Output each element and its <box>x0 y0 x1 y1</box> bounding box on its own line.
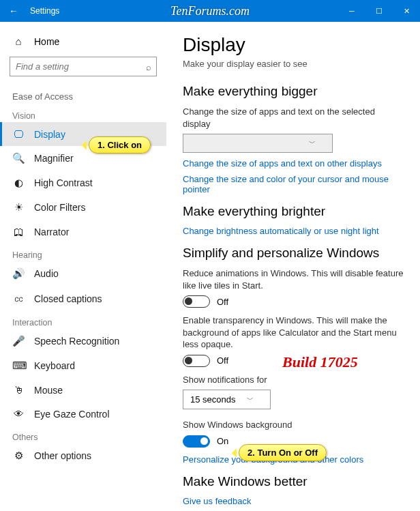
build-annotation: Build 17025 <box>282 353 358 371</box>
audio-icon: 🔊 <box>12 267 25 280</box>
background-label: Show Windows background <box>183 419 404 431</box>
maximize-button[interactable]: ☐ <box>365 7 393 16</box>
section-better-heading: Make Windows better <box>183 474 404 489</box>
page-subtitle: Make your display easier to see <box>183 59 404 69</box>
link-other-displays[interactable]: Change the size of apps and text on othe… <box>183 158 404 169</box>
size-dropdown[interactable]: ﹀ <box>183 134 333 153</box>
sidebar-item-other-options[interactable]: ⚙Other options <box>0 443 166 468</box>
sidebar-item-narrator[interactable]: 🕮Narrator <box>0 220 166 244</box>
size-desc: Change the size of apps and text on the … <box>183 106 404 130</box>
nav-label: High Contrast <box>34 177 93 188</box>
nav-label: Audio <box>34 268 59 279</box>
link-feedback[interactable]: Give us feedback <box>183 496 404 506</box>
magnifier-icon: 🔍 <box>12 152 25 164</box>
background-toggle[interactable] <box>183 435 210 448</box>
group-vision: Vision <box>0 104 166 122</box>
close-button[interactable]: ✕ <box>393 7 420 16</box>
section-bigger-heading: Make everything bigger <box>183 84 404 99</box>
reduce-animations-desc: Reduce animations in Windows. This will … <box>183 267 404 291</box>
transparency-toggle[interactable] <box>183 355 210 367</box>
nav-label: Display <box>34 129 65 140</box>
nav-label: Color Filters <box>34 202 85 213</box>
toggle-state: On <box>217 436 228 446</box>
toggle-state: Off <box>217 297 228 307</box>
callout-2: 2. Turn On or Off <box>239 444 327 461</box>
nav-label: Closed captions <box>34 293 102 304</box>
sidebar-item-closed-captions[interactable]: ㏄Closed captions <box>0 286 166 311</box>
display-icon: 🖵 <box>12 128 25 140</box>
notifications-dropdown[interactable]: 15 seconds﹀ <box>183 390 271 409</box>
sidebar-item-speech[interactable]: 🎤Speech Recognition <box>0 329 166 353</box>
nav-label: Other options <box>34 450 91 461</box>
gear-icon: ⚙ <box>12 450 25 462</box>
contrast-icon: ◐ <box>12 177 25 189</box>
notifications-label: Show notifications for <box>183 374 404 386</box>
home-label: Home <box>34 36 59 47</box>
back-button[interactable]: ← <box>0 5 27 16</box>
sidebar: ⌂ Home ⌕ Ease of Access Vision 🖵Display … <box>0 22 166 511</box>
nav-label: Speech Recognition <box>34 336 119 347</box>
page-title: Display <box>183 34 404 56</box>
link-brightness[interactable]: Change brightness automatically or use n… <box>183 226 404 236</box>
color-filters-icon: ☀ <box>12 201 25 214</box>
chevron-down-icon: ﹀ <box>309 138 316 148</box>
sidebar-item-keyboard[interactable]: ⌨Keyboard <box>0 353 166 378</box>
group-others: Others <box>0 426 166 443</box>
home-nav[interactable]: ⌂ Home <box>0 30 166 53</box>
eye-icon: 👁 <box>12 408 25 420</box>
callout-1: 1. Click on <box>89 136 151 154</box>
keyboard-icon: ⌨ <box>12 360 25 372</box>
section-simplify-heading: Simplify and personalize Windows <box>183 246 404 261</box>
transparency-desc: Enable transparency in Windows. This wil… <box>183 315 404 351</box>
reduce-animations-toggle[interactable] <box>183 295 210 308</box>
link-cursor-pointer[interactable]: Change the size and color of your cursor… <box>183 174 404 194</box>
sidebar-item-eye-gaze[interactable]: 👁Eye Gaze Control <box>0 402 166 426</box>
chevron-down-icon: ﹀ <box>247 395 254 405</box>
watermark: TenForums.com <box>170 4 250 18</box>
group-hearing: Hearing <box>0 244 166 261</box>
home-icon: ⌂ <box>12 35 25 47</box>
section-label: Ease of Access <box>0 83 166 104</box>
narrator-icon: 🕮 <box>12 226 25 237</box>
sidebar-item-high-contrast[interactable]: ◐High Contrast <box>0 171 166 195</box>
minimize-button[interactable]: ─ <box>338 7 365 15</box>
dropdown-value: 15 seconds <box>190 394 236 405</box>
mouse-icon: 🖰 <box>12 384 25 396</box>
sidebar-item-mouse[interactable]: 🖰Mouse <box>0 378 166 402</box>
search-input[interactable] <box>10 57 157 76</box>
captions-icon: ㏄ <box>12 292 25 305</box>
sidebar-item-color-filters[interactable]: ☀Color Filters <box>0 195 166 220</box>
section-brighter-heading: Make everything brighter <box>183 204 404 219</box>
nav-label: Narrator <box>34 227 69 237</box>
content: Display Make your display easier to see … <box>166 22 420 511</box>
toggle-state: Off <box>217 355 228 366</box>
nav-label: Magnifier <box>34 153 74 164</box>
nav-label: Keyboard <box>34 360 75 371</box>
mic-icon: 🎤 <box>12 335 25 347</box>
group-interaction: Interaction <box>0 311 166 329</box>
search-icon: ⌕ <box>146 61 151 72</box>
nav-label: Eye Gaze Control <box>34 409 110 420</box>
sidebar-item-audio[interactable]: 🔊Audio <box>0 261 166 286</box>
nav-label: Mouse <box>34 385 63 396</box>
